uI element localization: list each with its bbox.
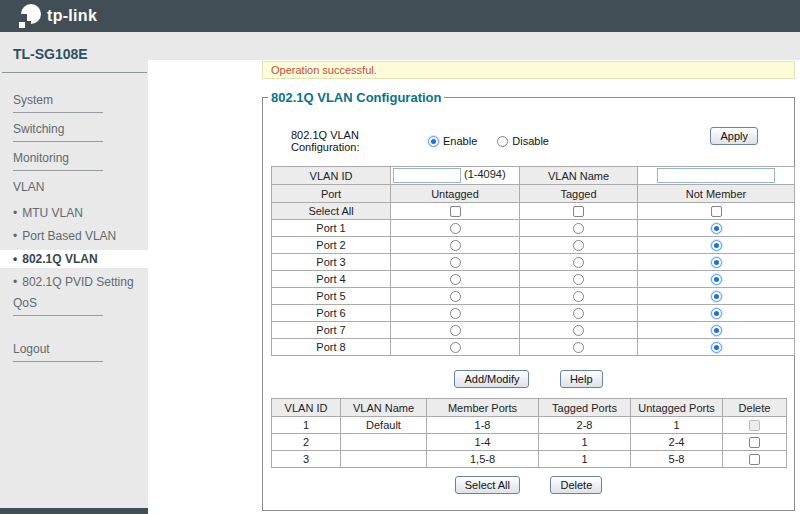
radio-tagged-port2[interactable] <box>573 240 584 251</box>
vlan-row: 21-412-4 <box>272 434 787 451</box>
radio-untagged-port7[interactable] <box>450 325 461 336</box>
delete-button[interactable]: Delete <box>550 476 602 494</box>
select-all-not-member-checkbox[interactable] <box>711 206 722 217</box>
radio-not_member-port7[interactable] <box>711 325 722 336</box>
radio-not_member-port2[interactable] <box>711 240 722 251</box>
enable-radio[interactable] <box>428 136 439 147</box>
port-row: Port 1 <box>272 220 795 237</box>
radio-untagged-port4[interactable] <box>450 274 461 285</box>
port-label: Port 7 <box>272 322 391 339</box>
bullet-icon: • <box>13 229 17 243</box>
port-tagged-cell <box>520 254 638 271</box>
bottom-button-row: Select All Delete <box>263 475 794 494</box>
select-all-untagged-checkbox[interactable] <box>450 206 461 217</box>
port-label: Port 6 <box>272 305 391 322</box>
port-label: Port 8 <box>272 339 391 356</box>
port-not_member-cell <box>638 305 795 322</box>
vlan-cell-tagged-ports: 2-8 <box>539 417 631 434</box>
radio-tagged-port3[interactable] <box>573 257 584 268</box>
port-untagged-cell <box>391 305 520 322</box>
port-untagged-cell <box>391 339 520 356</box>
sidebar-item-8021q-pvid-setting[interactable]: •802.1Q PVID Setting <box>0 273 148 291</box>
disable-radio[interactable] <box>497 136 508 147</box>
radio-untagged-port8[interactable] <box>450 342 461 353</box>
vlan-cell-untagged-ports: 1 <box>631 417 723 434</box>
vlan-row: 31,5-815-8 <box>272 451 787 468</box>
radio-tagged-port5[interactable] <box>573 291 584 302</box>
port-tagged-cell <box>520 288 638 305</box>
sidebar-item-port-based-vlan[interactable]: •Port Based VLAN <box>0 227 148 245</box>
sidebar-item-label: 802.1Q PVID Setting <box>22 275 133 289</box>
sidebar-bottom-bar <box>0 508 148 514</box>
radio-tagged-port8[interactable] <box>573 342 584 353</box>
sidebar-item-vlan[interactable]: VLAN <box>0 180 148 194</box>
vlan-id-cell: (1-4094) <box>391 167 520 185</box>
add-modify-button[interactable]: Add/Modify <box>454 370 529 388</box>
top-gray-strip <box>148 32 800 60</box>
sidebar-item-8021q-vlan[interactable]: •802.1Q VLAN <box>0 250 148 268</box>
radio-not_member-port4[interactable] <box>711 274 722 285</box>
vlan-cell-vlan-id: 1 <box>272 417 341 434</box>
radio-untagged-port6[interactable] <box>450 308 461 319</box>
sidebar-item-system[interactable]: System <box>0 93 148 107</box>
apply-button[interactable]: Apply <box>710 127 758 145</box>
vlan-name-input[interactable] <box>657 168 775 183</box>
radio-not_member-port8[interactable] <box>711 342 722 353</box>
vlan-id-input[interactable] <box>393 168 461 183</box>
port-row: Port 3 <box>272 254 795 271</box>
vlan-enable-row: 802.1Q VLAN Configuration: Enable Disabl… <box>291 129 569 153</box>
radio-tagged-port1[interactable] <box>573 223 584 234</box>
vlan-cell-member-ports: 1-8 <box>427 417 539 434</box>
sidebar-item-switching[interactable]: Switching <box>0 122 148 136</box>
port-untagged-cell <box>391 271 520 288</box>
vlan-row: 1Default1-82-81 <box>272 417 787 434</box>
vlan-cell-vlan-name <box>341 451 427 468</box>
delete-checkbox-vlan1 <box>749 420 760 431</box>
logo-text: tp-link <box>47 7 97 25</box>
delete-checkbox-vlan3[interactable] <box>749 454 760 465</box>
col-untagged: Untagged <box>391 185 520 203</box>
select-all-tagged-checkbox[interactable] <box>573 206 584 217</box>
select-all-button[interactable]: Select All <box>455 476 520 494</box>
port-row: Port 5 <box>272 288 795 305</box>
radio-untagged-port1[interactable] <box>450 223 461 234</box>
sidebar-item-qos[interactable]: QoS <box>0 296 148 310</box>
disable-label: Disable <box>512 135 549 147</box>
sidebar-item-label: Port Based VLAN <box>22 229 116 243</box>
radio-not_member-port3[interactable] <box>711 257 722 268</box>
enable-label: Enable <box>443 135 477 147</box>
vlan-config-panel: 802.1Q VLAN Configuration 802.1Q VLAN Co… <box>262 97 795 511</box>
port-not_member-cell <box>638 237 795 254</box>
radio-not_member-port1[interactable] <box>711 223 722 234</box>
col-vlan-name: VLAN Name <box>341 399 427 417</box>
radio-tagged-port7[interactable] <box>573 325 584 336</box>
port-label: Port 3 <box>272 254 391 271</box>
device-separator <box>2 72 147 73</box>
port-not_member-cell <box>638 220 795 237</box>
radio-not_member-port5[interactable] <box>711 291 722 302</box>
radio-tagged-port6[interactable] <box>573 308 584 319</box>
sidebar: TL-SG108E SystemSwitchingMonitoringVLAN•… <box>0 32 148 514</box>
menu-separator <box>13 141 103 142</box>
port-not_member-cell <box>638 322 795 339</box>
help-button[interactable]: Help <box>560 370 603 388</box>
sidebar-item-label: 802.1Q VLAN <box>22 252 97 266</box>
radio-not_member-port6[interactable] <box>711 308 722 319</box>
radio-tagged-port4[interactable] <box>573 274 584 285</box>
radio-untagged-port2[interactable] <box>450 240 461 251</box>
delete-checkbox-vlan2[interactable] <box>749 437 760 448</box>
vlan-cell-untagged-ports: 2-4 <box>631 434 723 451</box>
sidebar-item-monitoring[interactable]: Monitoring <box>0 151 148 165</box>
port-row: Port 7 <box>272 322 795 339</box>
sidebar-item-logout[interactable]: Logout <box>0 342 148 356</box>
mid-button-row: Add/Modify Help <box>263 369 794 388</box>
radio-untagged-port3[interactable] <box>450 257 461 268</box>
vlan-list-table: VLAN ID VLAN Name Member Ports Tagged Po… <box>271 398 787 468</box>
vlan-delete-cell <box>723 434 787 451</box>
sidebar-item-label: VLAN <box>13 180 44 194</box>
sidebar-item-mtu-vlan[interactable]: •MTU VLAN <box>0 204 148 222</box>
port-tagged-cell <box>520 237 638 254</box>
port-row: Port 2 <box>272 237 795 254</box>
port-not_member-cell <box>638 339 795 356</box>
radio-untagged-port5[interactable] <box>450 291 461 302</box>
